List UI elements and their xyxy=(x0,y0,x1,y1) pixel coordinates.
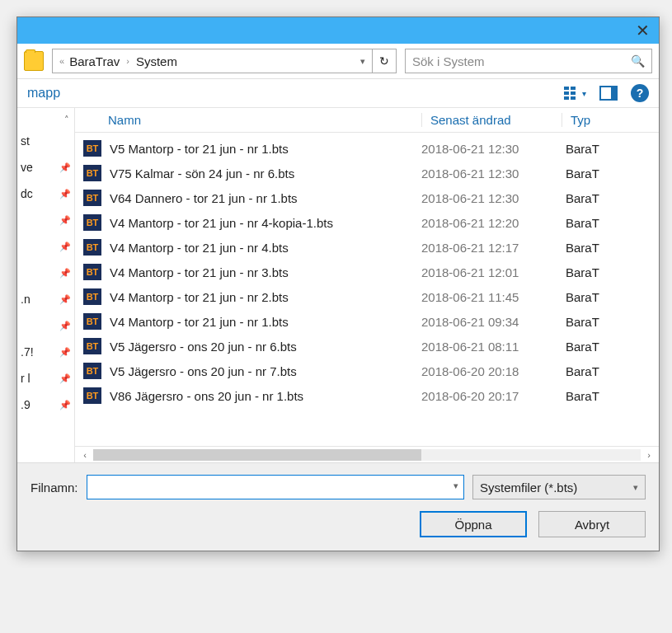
pin-icon: 📌 xyxy=(59,321,71,331)
file-name: V5 Jägersro - ons 20 jun - nr 7.bts xyxy=(110,364,421,378)
open-button[interactable]: Öppna xyxy=(420,511,527,537)
file-name: V64 Dannero - tor 21 jun - nr 1.bts xyxy=(110,191,421,205)
nav-item[interactable]: ve📌 xyxy=(17,154,74,181)
file-name: V5 Mantorp - tor 21 jun - nr 1.bts xyxy=(110,142,421,156)
file-row[interactable]: BTV5 Jägersro - ons 20 jun - nr 6.bts201… xyxy=(75,334,659,359)
file-type-icon: BT xyxy=(83,363,101,379)
cancel-button[interactable]: Avbryt xyxy=(538,511,646,537)
nav-item-label: .9 xyxy=(21,398,31,411)
title-bar: ✕ xyxy=(17,17,659,44)
file-row[interactable]: BTV86 Jägersro - ons 20 jun - nr 1.bts20… xyxy=(75,383,659,408)
nav-item[interactable]: .n📌 xyxy=(17,286,74,312)
chevron-down-icon: ▾ xyxy=(582,89,586,98)
file-type-icon: BT xyxy=(83,140,101,157)
toolbar: mapp ▾ ? xyxy=(17,79,659,108)
breadcrumb-current[interactable]: System xyxy=(136,54,177,68)
file-modified: 2018-06-21 12:30 xyxy=(421,166,566,181)
file-name: V4 Mantorp - tor 21 jun - nr 1.bts xyxy=(110,315,421,329)
refresh-icon: ↻ xyxy=(379,54,389,68)
breadcrumb-back-icon: « xyxy=(59,56,64,66)
search-input[interactable]: Sök i System 🔍 xyxy=(405,49,652,73)
file-row[interactable]: BTV64 Dannero - tor 21 jun - nr 1.bts201… xyxy=(75,185,659,210)
scroll-left-icon[interactable]: ‹ xyxy=(78,450,92,460)
nav-item[interactable]: dc📌 xyxy=(17,181,74,207)
pin-icon: 📌 xyxy=(59,373,71,384)
file-type: BaraT xyxy=(566,290,599,304)
file-row[interactable]: BTV4 Mantorp - tor 21 jun - nr 4-kopia-1… xyxy=(75,210,659,235)
file-type: BaraT xyxy=(566,241,599,255)
file-row[interactable]: BTV4 Mantorp - tor 21 jun - nr 3.bts2018… xyxy=(75,260,659,284)
file-type-icon: BT xyxy=(83,264,101,280)
file-modified: 2018-06-21 12:01 xyxy=(421,265,566,279)
nav-item[interactable]: .9📌 xyxy=(17,392,74,418)
nav-item[interactable]: st xyxy=(17,128,74,154)
nav-item-label: .7! xyxy=(21,345,34,359)
nav-item[interactable]: r l📌 xyxy=(17,365,74,392)
file-type: BaraT xyxy=(566,191,599,205)
file-panel: Namn Senast ändrad Typ BTV5 Mantorp - to… xyxy=(75,108,659,462)
pin-icon: 📌 xyxy=(59,241,71,252)
chevron-down-icon[interactable]: ▾ xyxy=(453,481,458,491)
file-row[interactable]: BTV75 Kalmar - sön 24 jun - nr 6.bts2018… xyxy=(75,161,659,185)
nav-item[interactable]: 📌 xyxy=(17,207,74,233)
view-options-button[interactable]: ▾ xyxy=(564,87,586,100)
file-row[interactable]: BTV4 Mantorp - tor 21 jun - nr 4.bts2018… xyxy=(75,235,659,260)
col-type-header[interactable]: Typ xyxy=(562,113,659,127)
scroll-track[interactable] xyxy=(93,449,641,461)
file-type: BaraT xyxy=(566,389,599,403)
file-row[interactable]: BTV4 Mantorp - tor 21 jun - nr 1.bts2018… xyxy=(75,309,659,334)
file-type-icon: BT xyxy=(83,338,101,354)
file-row[interactable]: BTV5 Jägersro - ons 20 jun - nr 7.bts201… xyxy=(75,359,659,383)
scroll-thumb[interactable] xyxy=(93,449,421,461)
file-type: BaraT xyxy=(566,340,599,354)
nav-item-label: st xyxy=(21,134,30,148)
file-type: BaraT xyxy=(566,166,599,181)
file-type-icon: BT xyxy=(83,387,101,404)
file-type: BaraT xyxy=(566,364,599,378)
scroll-right-icon[interactable]: › xyxy=(642,450,656,460)
col-name-header[interactable]: Namn xyxy=(108,113,421,127)
nav-scroll-up[interactable]: ˄ xyxy=(17,111,74,128)
toolbar-label[interactable]: mapp xyxy=(27,86,60,101)
horizontal-scrollbar[interactable]: ‹ › xyxy=(75,446,659,462)
help-button[interactable]: ? xyxy=(631,84,649,102)
breadcrumb[interactable]: « BaraTrav › System ▾ xyxy=(52,49,373,73)
content-area: ˄ stve📌dc📌📌📌📌.n📌📌.7!📌r l📌.9📌 Namn Senast… xyxy=(17,108,659,462)
file-modified: 2018-06-21 12:17 xyxy=(421,241,566,255)
file-row[interactable]: BTV5 Mantorp - tor 21 jun - nr 1.bts2018… xyxy=(75,136,659,161)
file-type: BaraT xyxy=(566,265,599,279)
search-placeholder: Sök i System xyxy=(412,54,485,68)
nav-item[interactable]: .7!📌 xyxy=(17,339,74,365)
file-name: V4 Mantorp - tor 21 jun - nr 4.bts xyxy=(110,241,421,255)
filename-input[interactable]: ▾ xyxy=(87,475,464,499)
file-name: V4 Mantorp - tor 21 jun - nr 4-kopia-1.b… xyxy=(110,216,421,230)
file-type-icon: BT xyxy=(83,239,101,256)
file-name: V75 Kalmar - sön 24 jun - nr 6.bts xyxy=(110,166,421,181)
help-icon: ? xyxy=(637,87,644,100)
file-type-select[interactable]: Systemfiler (*.bts) ▾ xyxy=(472,475,646,499)
file-name: V86 Jägersro - ons 20 jun - nr 1.bts xyxy=(110,389,421,403)
nav-item-label: r l xyxy=(21,372,31,385)
close-button[interactable]: ✕ xyxy=(626,17,659,44)
file-row[interactable]: BTV4 Mantorp - tor 21 jun - nr 2.bts2018… xyxy=(75,284,659,309)
chevron-down-icon[interactable]: ▾ xyxy=(360,56,365,67)
file-modified: 2018-06-21 12:30 xyxy=(421,191,566,205)
file-open-dialog: ✕ « BaraTrav › System ▾ ↻ Sök i System 🔍… xyxy=(16,16,660,551)
file-list[interactable]: BTV5 Mantorp - tor 21 jun - nr 1.bts2018… xyxy=(75,133,659,446)
pin-icon: 📌 xyxy=(59,294,71,305)
file-modified: 2018-06-21 09:34 xyxy=(421,315,566,329)
nav-item[interactable]: 📌 xyxy=(17,260,74,286)
col-modified-header[interactable]: Senast ändrad xyxy=(421,113,562,127)
pin-icon: 📌 xyxy=(59,268,71,279)
file-type-icon: BT xyxy=(83,214,101,231)
file-name: V4 Mantorp - tor 21 jun - nr 2.bts xyxy=(110,290,421,304)
pin-icon: 📌 xyxy=(59,162,71,173)
pin-icon: 📌 xyxy=(59,400,71,410)
refresh-button[interactable]: ↻ xyxy=(372,49,397,73)
breadcrumb-root[interactable]: BaraTrav xyxy=(69,54,120,68)
nav-item[interactable]: 📌 xyxy=(17,233,74,260)
file-modified: 2018-06-21 11:45 xyxy=(421,290,566,304)
preview-pane-button[interactable] xyxy=(599,86,618,101)
search-icon: 🔍 xyxy=(631,54,645,68)
nav-item[interactable]: 📌 xyxy=(17,312,74,339)
